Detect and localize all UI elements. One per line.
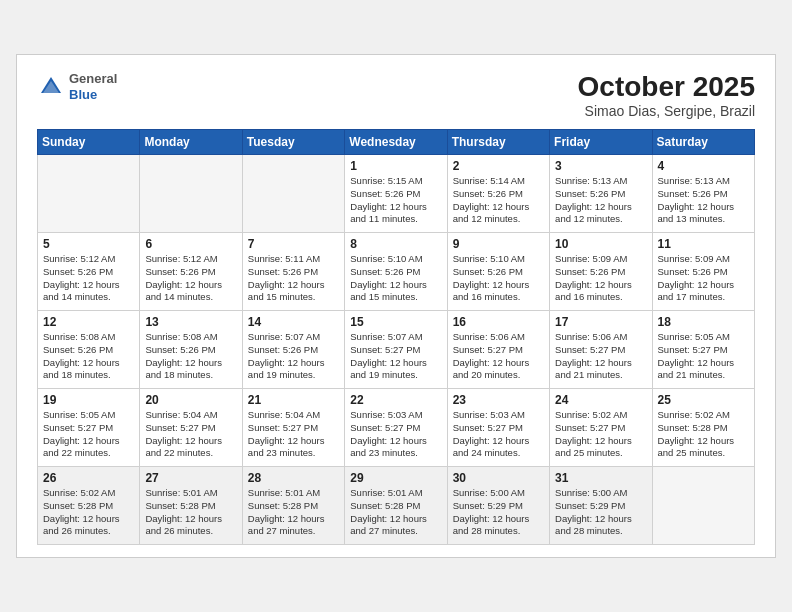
day-info: Sunrise: 5:04 AM Sunset: 5:27 PM Dayligh… [145, 409, 236, 460]
day-cell: 1Sunrise: 5:15 AM Sunset: 5:26 PM Daylig… [345, 155, 447, 233]
day-cell [140, 155, 242, 233]
day-header-friday: Friday [550, 130, 652, 155]
day-info: Sunrise: 5:10 AM Sunset: 5:26 PM Dayligh… [453, 253, 544, 304]
day-number: 16 [453, 315, 544, 329]
day-cell: 18Sunrise: 5:05 AM Sunset: 5:27 PM Dayli… [652, 311, 754, 389]
day-cell: 17Sunrise: 5:06 AM Sunset: 5:27 PM Dayli… [550, 311, 652, 389]
header-area: General Blue October 2025 Simao Dias, Se… [37, 71, 755, 119]
day-number: 4 [658, 159, 749, 173]
day-cell: 26Sunrise: 5:02 AM Sunset: 5:28 PM Dayli… [38, 467, 140, 545]
day-cell: 21Sunrise: 5:04 AM Sunset: 5:27 PM Dayli… [242, 389, 344, 467]
day-number: 18 [658, 315, 749, 329]
day-cell: 29Sunrise: 5:01 AM Sunset: 5:28 PM Dayli… [345, 467, 447, 545]
week-row-3: 12Sunrise: 5:08 AM Sunset: 5:26 PM Dayli… [38, 311, 755, 389]
day-cell: 30Sunrise: 5:00 AM Sunset: 5:29 PM Dayli… [447, 467, 549, 545]
day-number: 9 [453, 237, 544, 251]
day-info: Sunrise: 5:02 AM Sunset: 5:28 PM Dayligh… [658, 409, 749, 460]
day-cell: 15Sunrise: 5:07 AM Sunset: 5:27 PM Dayli… [345, 311, 447, 389]
day-cell: 31Sunrise: 5:00 AM Sunset: 5:29 PM Dayli… [550, 467, 652, 545]
day-info: Sunrise: 5:05 AM Sunset: 5:27 PM Dayligh… [43, 409, 134, 460]
day-number: 22 [350, 393, 441, 407]
day-cell [652, 467, 754, 545]
day-info: Sunrise: 5:03 AM Sunset: 5:27 PM Dayligh… [453, 409, 544, 460]
day-info: Sunrise: 5:11 AM Sunset: 5:26 PM Dayligh… [248, 253, 339, 304]
day-info: Sunrise: 5:15 AM Sunset: 5:26 PM Dayligh… [350, 175, 441, 226]
day-cell: 9Sunrise: 5:10 AM Sunset: 5:26 PM Daylig… [447, 233, 549, 311]
day-cell: 16Sunrise: 5:06 AM Sunset: 5:27 PM Dayli… [447, 311, 549, 389]
logo-text: General Blue [69, 71, 117, 102]
day-info: Sunrise: 5:06 AM Sunset: 5:27 PM Dayligh… [555, 331, 646, 382]
day-info: Sunrise: 5:06 AM Sunset: 5:27 PM Dayligh… [453, 331, 544, 382]
day-info: Sunrise: 5:09 AM Sunset: 5:26 PM Dayligh… [658, 253, 749, 304]
week-row-4: 19Sunrise: 5:05 AM Sunset: 5:27 PM Dayli… [38, 389, 755, 467]
day-cell: 5Sunrise: 5:12 AM Sunset: 5:26 PM Daylig… [38, 233, 140, 311]
day-info: Sunrise: 5:07 AM Sunset: 5:26 PM Dayligh… [248, 331, 339, 382]
logo-icon [37, 73, 65, 101]
day-number: 19 [43, 393, 134, 407]
day-cell: 2Sunrise: 5:14 AM Sunset: 5:26 PM Daylig… [447, 155, 549, 233]
day-cell: 28Sunrise: 5:01 AM Sunset: 5:28 PM Dayli… [242, 467, 344, 545]
day-info: Sunrise: 5:00 AM Sunset: 5:29 PM Dayligh… [453, 487, 544, 538]
calendar-grid: SundayMondayTuesdayWednesdayThursdayFrid… [37, 129, 755, 545]
day-cell [242, 155, 344, 233]
title-area: October 2025 Simao Dias, Sergipe, Brazil [578, 71, 755, 119]
day-info: Sunrise: 5:02 AM Sunset: 5:28 PM Dayligh… [43, 487, 134, 538]
day-cell: 19Sunrise: 5:05 AM Sunset: 5:27 PM Dayli… [38, 389, 140, 467]
logo: General Blue [37, 71, 117, 102]
day-info: Sunrise: 5:02 AM Sunset: 5:27 PM Dayligh… [555, 409, 646, 460]
day-info: Sunrise: 5:14 AM Sunset: 5:26 PM Dayligh… [453, 175, 544, 226]
day-info: Sunrise: 5:12 AM Sunset: 5:26 PM Dayligh… [145, 253, 236, 304]
day-number: 14 [248, 315, 339, 329]
day-cell: 27Sunrise: 5:01 AM Sunset: 5:28 PM Dayli… [140, 467, 242, 545]
day-info: Sunrise: 5:13 AM Sunset: 5:26 PM Dayligh… [555, 175, 646, 226]
day-header-sunday: Sunday [38, 130, 140, 155]
day-number: 23 [453, 393, 544, 407]
day-cell: 20Sunrise: 5:04 AM Sunset: 5:27 PM Dayli… [140, 389, 242, 467]
day-number: 30 [453, 471, 544, 485]
day-info: Sunrise: 5:08 AM Sunset: 5:26 PM Dayligh… [145, 331, 236, 382]
day-cell: 13Sunrise: 5:08 AM Sunset: 5:26 PM Dayli… [140, 311, 242, 389]
day-number: 20 [145, 393, 236, 407]
day-number: 25 [658, 393, 749, 407]
day-number: 27 [145, 471, 236, 485]
day-info: Sunrise: 5:12 AM Sunset: 5:26 PM Dayligh… [43, 253, 134, 304]
day-info: Sunrise: 5:01 AM Sunset: 5:28 PM Dayligh… [350, 487, 441, 538]
day-cell: 4Sunrise: 5:13 AM Sunset: 5:26 PM Daylig… [652, 155, 754, 233]
calendar-container: General Blue October 2025 Simao Dias, Se… [16, 54, 776, 558]
day-header-tuesday: Tuesday [242, 130, 344, 155]
day-info: Sunrise: 5:09 AM Sunset: 5:26 PM Dayligh… [555, 253, 646, 304]
day-number: 1 [350, 159, 441, 173]
day-header-wednesday: Wednesday [345, 130, 447, 155]
day-info: Sunrise: 5:04 AM Sunset: 5:27 PM Dayligh… [248, 409, 339, 460]
day-number: 21 [248, 393, 339, 407]
day-number: 5 [43, 237, 134, 251]
month-title: October 2025 [578, 71, 755, 103]
day-cell: 25Sunrise: 5:02 AM Sunset: 5:28 PM Dayli… [652, 389, 754, 467]
day-info: Sunrise: 5:00 AM Sunset: 5:29 PM Dayligh… [555, 487, 646, 538]
day-cell [38, 155, 140, 233]
day-cell: 10Sunrise: 5:09 AM Sunset: 5:26 PM Dayli… [550, 233, 652, 311]
day-number: 3 [555, 159, 646, 173]
day-number: 24 [555, 393, 646, 407]
day-number: 15 [350, 315, 441, 329]
day-cell: 6Sunrise: 5:12 AM Sunset: 5:26 PM Daylig… [140, 233, 242, 311]
day-info: Sunrise: 5:13 AM Sunset: 5:26 PM Dayligh… [658, 175, 749, 226]
day-info: Sunrise: 5:10 AM Sunset: 5:26 PM Dayligh… [350, 253, 441, 304]
day-cell: 12Sunrise: 5:08 AM Sunset: 5:26 PM Dayli… [38, 311, 140, 389]
day-cell: 23Sunrise: 5:03 AM Sunset: 5:27 PM Dayli… [447, 389, 549, 467]
day-header-monday: Monday [140, 130, 242, 155]
day-number: 6 [145, 237, 236, 251]
day-number: 28 [248, 471, 339, 485]
day-number: 2 [453, 159, 544, 173]
day-info: Sunrise: 5:03 AM Sunset: 5:27 PM Dayligh… [350, 409, 441, 460]
week-row-5: 26Sunrise: 5:02 AM Sunset: 5:28 PM Dayli… [38, 467, 755, 545]
week-row-2: 5Sunrise: 5:12 AM Sunset: 5:26 PM Daylig… [38, 233, 755, 311]
day-cell: 14Sunrise: 5:07 AM Sunset: 5:26 PM Dayli… [242, 311, 344, 389]
day-info: Sunrise: 5:07 AM Sunset: 5:27 PM Dayligh… [350, 331, 441, 382]
day-headers-row: SundayMondayTuesdayWednesdayThursdayFrid… [38, 130, 755, 155]
logo-blue: Blue [69, 87, 97, 102]
day-number: 13 [145, 315, 236, 329]
day-number: 31 [555, 471, 646, 485]
day-info: Sunrise: 5:05 AM Sunset: 5:27 PM Dayligh… [658, 331, 749, 382]
day-number: 8 [350, 237, 441, 251]
